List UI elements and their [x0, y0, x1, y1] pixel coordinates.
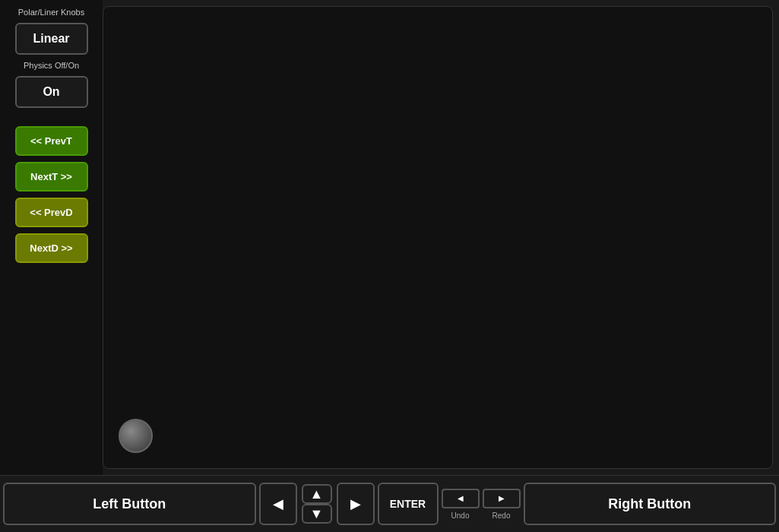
redo-label: Redo — [483, 511, 521, 520]
dpad-right-icon: ▶ — [350, 496, 361, 512]
undo-label: Undo — [442, 511, 480, 520]
sidebar: Polar/Liner Knobs Linear Physics Off/On … — [0, 0, 103, 475]
physics-label: Physics Off/On — [6, 61, 97, 70]
undo-left-button[interactable]: ◀ — [442, 489, 480, 508]
undo-right-icon: ▶ — [499, 494, 505, 502]
undo-left-icon: ◀ — [458, 494, 464, 502]
dpad-down-icon: ▼ — [310, 506, 324, 522]
dpad-down-button[interactable]: ▼ — [302, 504, 332, 524]
left-button[interactable]: Left Button — [3, 483, 256, 525]
bottom-bar: Left Button ◀ ▲ ▼ ▶ ENTER ◀ ▶ Undo Redo — [0, 475, 779, 532]
on-button[interactable]: On — [15, 76, 88, 108]
undo-redo-cluster: ◀ ▶ Undo Redo — [442, 489, 521, 520]
undo-redo-row: ◀ ▶ — [442, 489, 521, 508]
enter-button[interactable]: ENTER — [378, 483, 439, 525]
canvas-area — [103, 6, 773, 469]
prev-d-button[interactable]: << PrevD — [15, 198, 88, 227]
canvas-circle — [119, 419, 153, 453]
next-d-button[interactable]: NextD >> — [15, 233, 88, 263]
prev-t-button[interactable]: << PrevT — [15, 126, 88, 156]
dpad-left-button[interactable]: ◀ — [259, 483, 297, 525]
polar-liner-label: Polar/Liner Knobs — [6, 8, 97, 17]
dpad-up-icon: ▲ — [310, 486, 324, 502]
nav-cluster: ▲ ▼ — [300, 484, 334, 524]
dpad-up-button[interactable]: ▲ — [302, 484, 332, 504]
main-area: Polar/Liner Knobs Linear Physics Off/On … — [0, 0, 779, 475]
right-button[interactable]: Right Button — [524, 483, 777, 525]
dpad-left-icon: ◀ — [273, 496, 283, 512]
next-t-button[interactable]: NextT >> — [15, 162, 88, 192]
undo-right-button[interactable]: ▶ — [483, 489, 521, 508]
undo-redo-labels: Undo Redo — [442, 511, 521, 520]
linear-button[interactable]: Linear — [15, 23, 88, 55]
dpad-right-button[interactable]: ▶ — [337, 483, 375, 525]
